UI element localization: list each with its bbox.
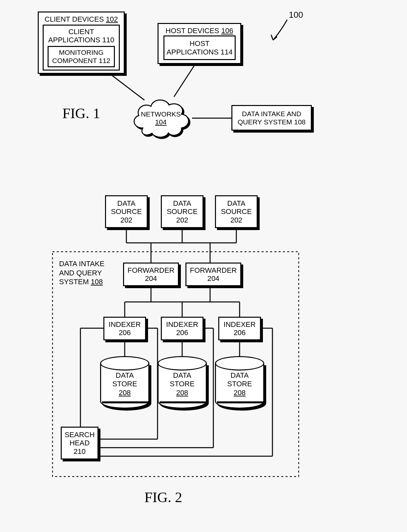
forwarder-box: FORWARDER 204 [123,263,179,286]
indexer-label: INDEXER 206 [224,320,256,337]
data-intake-query-system-label: DATA INTAKE AND QUERY SYSTEM 108 [238,110,306,126]
data-source-box: DATA SOURCE 202 [105,195,148,228]
monitoring-component-label: MONITORING COMPONENT 112 [52,49,110,64]
svg-line-1 [174,64,195,97]
client-devices-label: CLIENT DEVICES 102 [45,15,118,24]
data-source-label: DATA SOURCE 202 [221,199,252,224]
data-store-cylinder: DATA STORE 208 [215,356,264,409]
data-store-cylinder: DATA STORE 208 [100,356,149,409]
indexer-label: INDEXER 206 [109,320,141,337]
data-intake-query-system-box: DATA INTAKE AND QUERY SYSTEM 108 [231,105,312,131]
data-store-label: DATA STORE 208 [215,371,264,397]
search-head-box: SEARCH HEAD 210 [61,427,98,459]
host-applications-box: HOST APPLICATIONS 114 [163,35,236,60]
system-label: DATA INTAKE AND QUERY SYSTEM 108 [59,259,104,287]
data-source-label: DATA SOURCE 202 [167,199,198,224]
monitoring-component-box: MONITORING COMPONENT 112 [48,46,115,67]
host-applications-label: HOST APPLICATIONS 114 [166,39,232,56]
fig1-caption: FIG. 1 [62,105,100,122]
data-source-label: DATA SOURCE 202 [111,199,142,224]
diagram-canvas: CLIENT DEVICES 102 CLIENT APPLICATIONS 1… [0,0,407,532]
data-store-label: DATA STORE 208 [100,371,149,397]
data-store-cylinder: DATA STORE 208 [158,356,207,409]
forwarder-box: FORWARDER 204 [185,263,241,286]
data-store-label: DATA STORE 208 [158,371,207,397]
client-applications-label: CLIENT APPLICATIONS 110 [48,28,114,44]
networks-cloud-label: NETWORKS 104 [130,95,192,141]
networks-cloud: NETWORKS 104 [130,95,192,141]
data-source-box: DATA SOURCE 202 [161,195,204,228]
indexer-box: INDEXER 206 [103,317,146,340]
indexer-label: INDEXER 206 [166,320,198,337]
fig2-caption: FIG. 2 [144,489,182,506]
forwarder-label: FORWARDER 204 [128,266,175,283]
fig1-ref-number: 100 [289,10,303,20]
search-head-label: SEARCH HEAD 210 [65,431,95,456]
indexer-box: INDEXER 206 [161,317,204,340]
indexer-box: INDEXER 206 [218,317,261,340]
forwarder-label: FORWARDER 204 [190,266,237,283]
data-source-box: DATA SOURCE 202 [215,195,258,228]
host-devices-label: HOST DEVICES 106 [165,27,233,35]
